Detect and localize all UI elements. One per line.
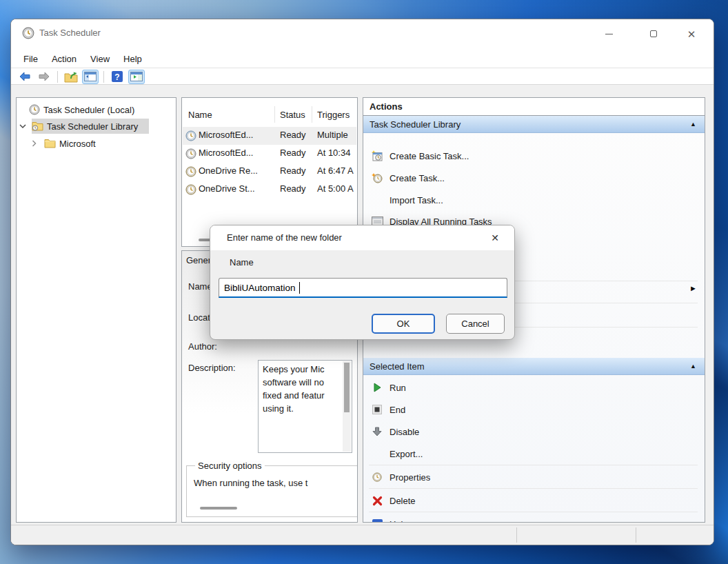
task-row[interactable]: OneDrive Re... Ready At 6:47 A xyxy=(183,163,356,181)
action-label: Help xyxy=(390,519,408,523)
cancel-button[interactable]: Cancel xyxy=(446,314,505,334)
action-pane-toggle-button[interactable] xyxy=(128,70,145,84)
action-label: End xyxy=(390,405,405,415)
toolbar-separator xyxy=(103,71,104,83)
task-status: Ready xyxy=(280,165,306,176)
task-scheduler-window: Task Scheduler ✕ File Action View Help xyxy=(10,19,714,545)
minimize-button[interactable] xyxy=(593,22,625,46)
task-triggers: Multiple xyxy=(317,130,348,140)
help-button[interactable]: ? xyxy=(109,70,125,84)
actions-pane-title: Actions xyxy=(363,98,705,116)
action-label: Delete xyxy=(390,496,416,506)
dialog-close-button[interactable]: ✕ xyxy=(481,228,509,248)
column-header-triggers[interactable]: Triggers xyxy=(317,110,350,120)
maximize-button[interactable] xyxy=(638,22,669,46)
properties-clock-icon xyxy=(370,472,384,482)
minimize-icon xyxy=(605,34,613,34)
action-run[interactable]: Run xyxy=(363,376,705,399)
status-bar xyxy=(11,525,714,545)
clock-icon xyxy=(29,104,40,115)
back-arrow-icon xyxy=(19,72,31,81)
description-text: fixed and featur xyxy=(259,389,342,402)
title-bar: Task Scheduler ✕ xyxy=(11,19,714,50)
disable-icon xyxy=(370,427,384,436)
up-folder-icon xyxy=(64,71,78,83)
forward-button[interactable] xyxy=(36,70,52,84)
tree-item-local[interactable]: Task Scheduler (Local) xyxy=(19,102,134,117)
tree-item-label: Task Scheduler (Local) xyxy=(43,105,134,115)
column-separator[interactable] xyxy=(312,106,312,123)
description-label: Description: xyxy=(188,363,236,373)
task-row[interactable]: MicrosoftEd... Ready Multiple xyxy=(183,127,356,145)
console-tree-panel: Task Scheduler (Local) Task Scheduler Li… xyxy=(16,97,176,523)
cancel-button-label: Cancel xyxy=(461,319,489,329)
maximize-icon xyxy=(650,30,657,37)
description-text: Keeps your Mic xyxy=(259,363,342,376)
action-delete[interactable]: Delete xyxy=(363,490,705,512)
separator xyxy=(369,488,698,489)
toolbar: ? xyxy=(11,69,714,85)
description-box[interactable]: Keeps your Mic software will no fixed an… xyxy=(258,360,352,453)
run-icon xyxy=(370,383,384,392)
column-header-name[interactable]: Name xyxy=(188,110,212,120)
action-label: Create Basic Task... xyxy=(390,151,469,161)
tree-item-label: Microsoft xyxy=(59,139,96,149)
description-text: software will no xyxy=(259,376,342,389)
close-icon: ✕ xyxy=(687,29,696,39)
ok-button[interactable]: OK xyxy=(372,314,435,334)
console-tree-toggle-button[interactable] xyxy=(82,70,99,84)
menu-help[interactable]: Help xyxy=(117,51,149,67)
collapse-icon[interactable]: ▲ xyxy=(690,358,696,375)
actions-group-selected-item[interactable]: Selected Item ▲ xyxy=(363,358,705,375)
separator xyxy=(369,465,698,465)
action-properties[interactable]: Properties xyxy=(363,466,705,488)
submenu-arrow-icon: ► xyxy=(689,284,697,292)
scrollbar-thumb[interactable] xyxy=(344,363,350,412)
menu-file[interactable]: File xyxy=(17,51,45,67)
horizontal-scrollbar[interactable] xyxy=(200,507,237,510)
window-title: Task Scheduler xyxy=(39,28,101,38)
delete-icon xyxy=(370,496,384,506)
tree-item-library[interactable]: Task Scheduler Library xyxy=(19,119,138,134)
clock-icon xyxy=(22,27,34,39)
separator xyxy=(369,512,698,512)
actions-group-library[interactable]: Task Scheduler Library ▲ xyxy=(363,116,705,133)
task-status: Ready xyxy=(280,183,306,194)
toolbar-separator xyxy=(57,71,58,83)
action-create-task[interactable]: Create Task... xyxy=(363,167,705,189)
action-label: Import Task... xyxy=(390,195,443,205)
folder-clock-icon xyxy=(32,121,43,131)
svg-text:?: ? xyxy=(375,520,380,523)
close-icon: ✕ xyxy=(491,232,499,243)
action-help[interactable]: ? Help xyxy=(363,513,705,523)
action-create-basic-task[interactable]: Create Basic Task... xyxy=(363,145,705,167)
menu-action[interactable]: Action xyxy=(45,51,83,67)
folder-name-input[interactable] xyxy=(219,278,507,298)
chevron-down-icon[interactable] xyxy=(19,124,29,129)
task-row[interactable]: MicrosoftEd... Ready At 10:34 xyxy=(183,145,356,163)
up-folder-button[interactable] xyxy=(63,70,79,84)
vertical-scrollbar[interactable] xyxy=(343,361,351,452)
back-button[interactable] xyxy=(17,70,33,84)
chevron-right-icon[interactable] xyxy=(32,140,41,147)
action-label: Run xyxy=(390,383,406,393)
action-label: Properties xyxy=(390,472,430,483)
task-row[interactable]: OneDrive St... Ready At 5:00 A xyxy=(183,181,356,199)
column-header-status[interactable]: Status xyxy=(280,110,305,120)
action-export[interactable]: Export... xyxy=(363,443,705,465)
collapse-icon[interactable]: ▲ xyxy=(690,116,696,133)
group-title: Task Scheduler Library xyxy=(370,119,461,130)
task-name: MicrosoftEd... xyxy=(199,130,253,140)
task-status: Ready xyxy=(280,148,306,158)
help-icon: ? xyxy=(370,519,384,523)
menu-view[interactable]: View xyxy=(83,51,117,67)
task-triggers: At 10:34 xyxy=(317,148,350,158)
clock-icon xyxy=(185,130,196,141)
action-end[interactable]: End xyxy=(363,399,705,421)
action-import-task[interactable]: Import Task... xyxy=(363,189,705,211)
close-button[interactable]: ✕ xyxy=(676,22,707,46)
task-triggers: At 5:00 A xyxy=(317,183,354,194)
column-separator[interactable] xyxy=(274,106,275,123)
action-disable[interactable]: Disable xyxy=(363,421,705,443)
tree-item-microsoft[interactable]: Microsoft xyxy=(32,136,96,151)
